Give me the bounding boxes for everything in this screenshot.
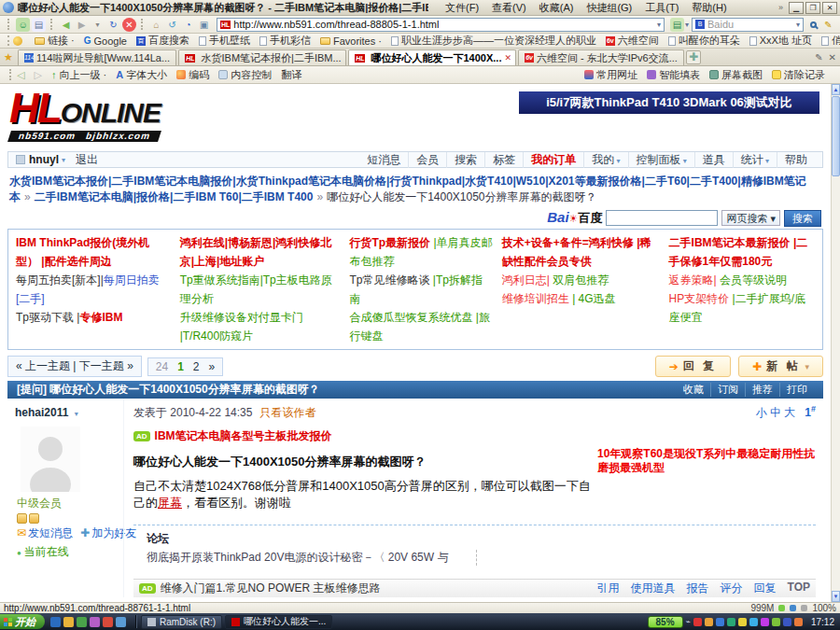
user-caret-icon[interactable]: ▾ — [62, 156, 65, 164]
report-link[interactable]: 报告 — [687, 581, 709, 596]
floor-number[interactable]: 1# — [805, 404, 816, 419]
bookmark-wholesale[interactable]: 俏货批发城 — [821, 34, 840, 48]
menu-groups[interactable]: 快捷组(G) — [586, 1, 632, 15]
inline-link[interactable]: 屏幕 — [158, 496, 182, 510]
signature-link[interactable]: 彻底揭开原装ThinkPad 20V电源的设计秘密－〈 20V 65W 与 — [147, 550, 477, 566]
tray-icon[interactable] — [783, 618, 791, 626]
bookmark-alarm[interactable]: 叫醒你的耳朵 — [668, 34, 740, 48]
toolbar-grip[interactable] — [7, 19, 11, 31]
ad-link[interactable]: | 4G迅盘 — [572, 292, 615, 305]
tray-icon[interactable] — [749, 618, 758, 626]
translate-button[interactable]: 翻译 — [281, 68, 301, 82]
nav-props[interactable]: 道具 — [694, 152, 733, 168]
bookmark-links-folder[interactable]: 链接 · — [35, 34, 75, 48]
up-level-button[interactable]: ↑向上一级 · — [51, 68, 106, 82]
quicklaunch-icon[interactable] — [63, 617, 74, 627]
tray-icon[interactable] — [727, 618, 735, 626]
restore-button[interactable]: ❐ — [805, 2, 820, 14]
send-message-link[interactable]: ✉发短消息 — [17, 525, 73, 541]
start-button[interactable]: 开始 — [0, 614, 45, 629]
ad-link[interactable]: 二手IBM笔记本最新报价 |二手保修1年仅需180元 — [669, 236, 808, 268]
reply-link[interactable]: 回复 — [754, 581, 777, 596]
ad-link[interactable]: 鸿利在线|博杨新恩|鸿利快修北京|上海|地址账户 — [180, 236, 332, 268]
new-post-button[interactable]: ✚新 帖▾ — [738, 356, 823, 377]
ad-link[interactable]: 合成傻瓜型恢复系统优盘 — [349, 311, 475, 324]
new-tab-button[interactable]: ✚ — [686, 50, 701, 64]
tab-close-icon[interactable]: ✕ — [504, 53, 511, 63]
bookmark-mms[interactable]: 手机彩信 — [259, 34, 311, 48]
highlight-pen-icon[interactable]: ✎ — [821, 18, 835, 32]
top-link[interactable]: TOP — [788, 581, 810, 596]
only-author-link[interactable]: 只看该作者 — [259, 405, 315, 421]
footer-ad-link[interactable]: 维修入门篇1.常见NO POWER 主板维修思路 — [161, 581, 381, 596]
battery-indicator[interactable]: 85% — [648, 616, 683, 628]
toolbar-grip[interactable] — [50, 19, 54, 31]
bookmark-favorites-folder[interactable]: Favorites · — [320, 35, 382, 47]
menu-tools[interactable]: 工具(T) — [645, 1, 679, 15]
ad-link[interactable]: 维修培训招生 — [502, 292, 572, 305]
ad-link[interactable]: 双肩包推荐 — [553, 273, 609, 287]
ad-link[interactable]: T/R400防窥片 — [183, 329, 253, 343]
address-dropdown-icon[interactable]: ▾ — [657, 21, 661, 29]
status-icon[interactable] — [801, 605, 807, 611]
nav-search[interactable]: 搜索 — [446, 152, 484, 168]
toolbar-collapse-icon[interactable]: » — [778, 3, 783, 12]
scrollbar-thumb[interactable] — [832, 96, 840, 176]
address-url[interactable]: http://www.nb591.com/thread-88805-1-1.ht… — [233, 19, 439, 30]
quote-link[interactable]: 引用 — [597, 581, 620, 596]
props-link[interactable]: 使用道具 — [631, 581, 676, 596]
scroll-up-icon[interactable]: ▲ — [832, 84, 840, 95]
ad-link[interactable]: 技术+设备+备件=鸿利快修 |稀缺性配件会员专供 — [502, 236, 651, 268]
stop-icon[interactable]: ✕ — [122, 18, 136, 32]
font-size-button[interactable]: A字体大小 — [116, 68, 167, 82]
search-input[interactable]: Baidu — [707, 19, 734, 30]
feed-dropdown-icon[interactable]: ▾ — [685, 21, 689, 29]
tray-icon[interactable] — [761, 618, 769, 626]
page-next-icon[interactable]: » — [209, 360, 216, 373]
search-box[interactable]: B Baidu ▾ — [692, 18, 804, 32]
site-logo[interactable]: HLONLINE nb591.com bjbhlzx.com — [9, 88, 161, 142]
bookmark-google[interactable]: GGoogle — [84, 35, 127, 47]
quicklaunch-icon[interactable] — [50, 617, 61, 627]
thread-subscribe[interactable]: 订阅 — [710, 383, 745, 397]
baidu-scope-select[interactable]: 网页搜索 ▾ — [721, 210, 780, 226]
encoding-button[interactable]: 编码 — [176, 68, 209, 82]
vertical-scrollbar[interactable]: ▲ ▼ — [831, 84, 840, 602]
author-caret-icon[interactable]: ▾ — [75, 410, 78, 418]
ad-link[interactable]: 行货Tp最新报价 — [349, 236, 433, 249]
menu-view[interactable]: 查看(V) — [492, 1, 526, 15]
ad-link[interactable]: 返券策略| — [669, 273, 720, 287]
bookmark-career[interactable]: 职业生涯步步高——一位资深经理人的职业 — [391, 34, 596, 48]
quicklaunch-icon[interactable] — [103, 617, 113, 627]
close-button[interactable]: ✕ — [822, 2, 837, 14]
thread-recommend[interactable]: 推荐 — [745, 383, 779, 397]
common-sites-button[interactable]: 常用网址 — [584, 68, 637, 82]
baidu-search-input[interactable] — [606, 210, 718, 226]
ad-banner[interactable]: i5/i7两款ThinkPad T410 3DMark 06测试对比 — [519, 91, 819, 114]
page-2[interactable]: 2 — [193, 360, 200, 373]
bookmark-proxy[interactable] — [13, 36, 25, 46]
username[interactable]: hnuyl — [29, 153, 59, 166]
baidu-search-button[interactable]: 搜索 — [784, 210, 821, 227]
tray-icon[interactable] — [693, 618, 702, 626]
snapshot-icon[interactable]: ▣ — [197, 18, 211, 32]
prev-next-topic[interactable]: « 上一主题 | 下一主题 » — [7, 356, 142, 377]
quicklaunch-icon[interactable] — [77, 617, 87, 627]
nav-dropdown-icon[interactable]: ▼ — [91, 18, 105, 32]
ad-link[interactable]: 鸿利日志| — [502, 273, 553, 287]
tab-tools-icon[interactable]: ✎ — [815, 52, 822, 63]
author-name[interactable]: hehai2011 — [15, 406, 68, 419]
nav-mine[interactable]: 我的 — [583, 152, 627, 168]
tray-icon[interactable] — [705, 618, 713, 626]
font-size-switch[interactable]: 小 中 大 — [756, 405, 796, 421]
reply-button[interactable]: ➔回 复 — [655, 356, 731, 377]
nav-stats[interactable]: 统计 — [733, 152, 777, 168]
home-icon[interactable]: ⌂ — [149, 18, 163, 32]
nav-tags[interactable]: 标签 — [484, 152, 523, 168]
nav-help[interactable]: 帮助 — [777, 152, 815, 168]
post-ad-line[interactable]: AD IBM笔记本电脑各型号主板批发报价 — [133, 428, 816, 444]
breadcrumb-subforum-link[interactable]: 二手IBM笔记本电脑|报价格|二手IBM T60|二手IBM T400 — [35, 190, 314, 203]
nav-cp[interactable]: 控制面板 — [628, 152, 694, 168]
clear-history-button[interactable]: 清除记录 — [772, 68, 825, 82]
tab-current-thread[interactable]: HL 哪位好心人能发一下1400X... ✕ — [348, 49, 516, 65]
